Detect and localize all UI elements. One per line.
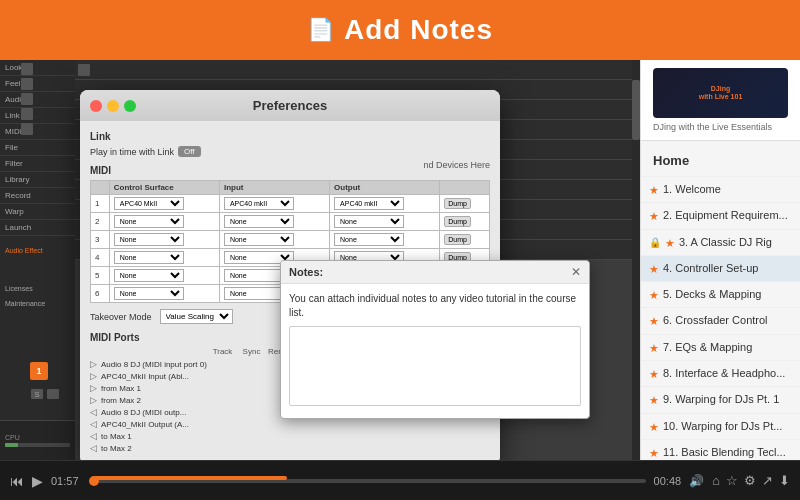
midi-cs-select[interactable]: None (114, 233, 184, 246)
takeover-select[interactable]: Value Scaling (160, 309, 233, 324)
minimize-button[interactable] (107, 100, 119, 112)
midi-input-select[interactable]: APC40 mkII (224, 197, 294, 210)
main-area: Look Feel Audio Link MIDI File Filter Li… (0, 60, 800, 460)
link-toggle[interactable]: Off (178, 146, 201, 157)
midi-output-select[interactable]: None (334, 215, 404, 228)
share-icon[interactable]: ↗ (762, 473, 773, 488)
midi-output-cell: None (330, 213, 440, 231)
mini-btn-s[interactable]: S (31, 389, 43, 399)
notes-input[interactable] (289, 326, 581, 406)
star-icon: ★ (649, 341, 659, 355)
sidebar-item-4[interactable]: ★4. Controller Set-up (641, 256, 800, 282)
sidebar-item-7[interactable]: ★7. EQs & Mapping (641, 335, 800, 361)
midi-input-cell: APC40 mkII (219, 195, 329, 213)
licenses-label[interactable]: Licenses (5, 285, 33, 292)
star-icon[interactable]: ☆ (726, 473, 738, 488)
maintenance-label[interactable]: Maintenance (5, 300, 45, 307)
progress-dot (89, 476, 99, 486)
progress-bar[interactable] (94, 479, 646, 483)
midi-cs-select[interactable]: None (114, 251, 184, 264)
course-subtitle: DJing with the Live Essentials (653, 122, 788, 132)
sidebar-item-3[interactable]: 🔒★3. A Classic DJ Rig (641, 230, 800, 256)
track-col-header: Track (210, 347, 235, 356)
midi-output-select[interactable]: None (334, 233, 404, 246)
midi-row-num: 1 (91, 195, 110, 213)
home-icon[interactable]: ⌂ (712, 473, 720, 488)
midi-output-select[interactable]: APC40 mkII (334, 197, 404, 210)
effect-link: Link (0, 108, 75, 124)
mini-btn-m[interactable] (47, 389, 59, 399)
scrollbar-thumb[interactable] (632, 80, 640, 140)
sidebar-item-6[interactable]: ★6. Crossfader Control (641, 308, 800, 334)
col-input: Input (219, 181, 329, 195)
prefs-titlebar: Preferences (80, 90, 500, 121)
port-direction-icon: ◁ (90, 431, 97, 441)
midi-cs-select[interactable]: None (114, 215, 184, 228)
port-direction-icon: ◁ (90, 419, 97, 429)
side-icon-5 (21, 123, 33, 135)
document-icon: 📄 (307, 17, 334, 43)
port-name-label: APC40_MkII Output (A... (101, 420, 490, 429)
time-elapsed: 01:57 (51, 475, 86, 487)
effect-library: Library (0, 172, 75, 188)
port-row-5: ◁ APC40_MkII Output (A... (90, 419, 490, 429)
header: 📄 Add Notes (0, 0, 800, 60)
midi-cs-select[interactable]: None (114, 269, 184, 282)
midi-output-cell: APC40 mkII (330, 195, 440, 213)
effect-look: Look (0, 60, 75, 76)
col-cs: Control Surface (109, 181, 219, 195)
scrollbar-track[interactable] (632, 60, 640, 460)
close-button[interactable] (90, 100, 102, 112)
notes-close-button[interactable]: ✕ (571, 265, 581, 279)
port-direction-icon: ▷ (90, 383, 97, 393)
sidebar-item-5[interactable]: ★5. Decks & Mapping (641, 282, 800, 308)
link-section-title: Link (90, 131, 490, 142)
cpu-bar (5, 443, 70, 447)
download-icon[interactable]: ⬇ (779, 473, 790, 488)
midi-input-cell: None (219, 213, 329, 231)
nav-home[interactable]: Home (641, 145, 800, 177)
midi-dump-cell: Dump (440, 195, 490, 213)
midi-input-select[interactable]: None (224, 215, 294, 228)
midi-cs-select[interactable]: None (114, 287, 184, 300)
star-icon: ★ (665, 236, 675, 250)
skip-back-button[interactable]: ⏮ (10, 473, 24, 489)
nav-item-label: 1. Welcome (663, 182, 792, 196)
sidebar-item-9[interactable]: ★9. Warping for DJs Pt. 1 (641, 387, 800, 413)
port-name-label: to Max 1 (101, 432, 490, 441)
maximize-button[interactable] (124, 100, 136, 112)
sidebar-item-10[interactable]: ★10. Warping for DJs Pt... (641, 414, 800, 440)
port-row-6: ◁ to Max 1 (90, 431, 490, 441)
play-button[interactable]: ▶ (32, 473, 43, 489)
dump-button[interactable]: Dump (444, 198, 471, 209)
sidebar-nav: Home ★1. Welcome★2. Equipment Requirem..… (641, 141, 800, 460)
dump-button[interactable]: Dump (444, 216, 471, 227)
side-icon-4 (21, 108, 33, 120)
dump-button[interactable]: Dump (444, 234, 471, 245)
effect-panel: Look Feel Audio Link MIDI File Filter Li… (0, 60, 75, 460)
midi-row-num: 6 (91, 285, 110, 303)
lock-icon: 🔒 (649, 236, 661, 249)
page-title: Add Notes (344, 14, 493, 46)
sidebar-item-2[interactable]: ★2. Equipment Requirem... (641, 203, 800, 229)
nd-devices-note: nd Devices Here (423, 160, 490, 170)
traffic-lights (90, 100, 136, 112)
link-label: Play in time with Link (90, 147, 174, 157)
audio-effect-label: Audio Effect (5, 247, 70, 254)
midi-input-select[interactable]: None (224, 233, 294, 246)
midi-cs-select[interactable]: APC40 MkII (114, 197, 184, 210)
sidebar: DJingwith Live 101 DJing with the Live E… (640, 60, 800, 460)
sidebar-item-8[interactable]: ★8. Interface & Headpho... (641, 361, 800, 387)
takeover-label: Takeover Mode (90, 312, 152, 322)
sidebar-item-11[interactable]: ★11. Basic Blending Tecl... (641, 440, 800, 460)
side-icon-2 (21, 78, 33, 90)
volume-icon[interactable]: 🔊 (689, 474, 704, 488)
sync-col-header: Sync (239, 347, 264, 356)
midi-row-1: 1 APC40 MkII APC40 mkII APC40 mkII Dump (91, 195, 490, 213)
nav-item-label: 8. Interface & Headpho... (663, 366, 792, 380)
nav-item-label: 9. Warping for DJs Pt. 1 (663, 392, 792, 406)
settings-icon[interactable]: ⚙ (744, 473, 756, 488)
notes-body: You can attach individual notes to any v… (281, 284, 589, 418)
sidebar-item-1[interactable]: ★1. Welcome (641, 177, 800, 203)
midi-cs-cell: None (109, 249, 219, 267)
